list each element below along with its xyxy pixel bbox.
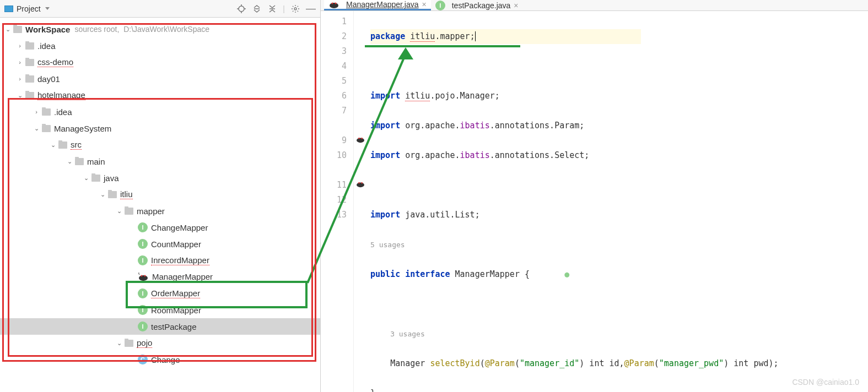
- svg-point-12: [332, 3, 333, 4]
- svg-point-7: [294, 8, 296, 10]
- folder-icon: [108, 191, 117, 198]
- folder-icon: [42, 125, 51, 132]
- folder-icon: [125, 340, 133, 347]
- interface-icon: I: [138, 255, 148, 265]
- chevron-down-icon[interactable]: ⌄: [99, 191, 106, 198]
- mybatis-icon: [328, 0, 339, 9]
- tree-testpackage[interactable]: ItestPackage: [0, 318, 320, 335]
- close-icon[interactable]: ×: [514, 1, 518, 10]
- chevron-down-icon[interactable]: ⌄: [116, 340, 122, 347]
- tree-src[interactable]: ⌄src: [0, 137, 320, 153]
- tree-day01[interactable]: ›day01: [0, 70, 320, 87]
- tree-hotelmanage[interactable]: ⌄hotelmanage: [0, 87, 320, 104]
- tree-workspace[interactable]: ⌄ WorkSpace sources root, D:\JavaWork\Wo…: [0, 21, 320, 37]
- chevron-down-icon[interactable]: ⌄: [17, 92, 23, 99]
- node-label: WorkSpace: [25, 25, 70, 34]
- chevron-down-icon[interactable]: ⌄: [50, 141, 56, 149]
- tree-itliu[interactable]: ⌄itliu: [0, 186, 320, 203]
- folder-icon: [25, 42, 34, 50]
- tree-managesystem[interactable]: ⌄ManageSystem: [0, 120, 320, 137]
- class-icon: C: [138, 355, 148, 364]
- folder-icon: [91, 175, 100, 182]
- tab-managermapper[interactable]: ManagerMapper.java ×: [324, 0, 431, 10]
- svg-point-9: [141, 275, 143, 277]
- folder-icon: [42, 108, 51, 116]
- locate-icon[interactable]: [236, 4, 246, 14]
- chevron-down-icon[interactable]: ⌄: [33, 125, 40, 132]
- tab-label: testPackage.java: [452, 1, 511, 10]
- svg-point-13: [335, 3, 337, 4]
- tab-label: ManagerMapper.java: [346, 0, 419, 9]
- folder-icon: [75, 158, 84, 165]
- chevron-down-icon[interactable]: [45, 7, 50, 10]
- svg-point-8: [139, 275, 148, 281]
- gear-icon[interactable]: [290, 4, 300, 14]
- tree-inrecordmapper[interactable]: IInrecordMapper: [0, 252, 320, 269]
- project-toolbar: Project | —: [0, 0, 320, 18]
- editor-tabs: ManagerMapper.java × I testPackage.java …: [321, 0, 868, 11]
- folder-icon: [25, 92, 34, 99]
- chevron-down-icon[interactable]: ⌄: [116, 208, 122, 215]
- collapse-all-icon[interactable]: [267, 4, 277, 14]
- project-label[interactable]: Project: [17, 4, 41, 13]
- folder-icon: [13, 26, 22, 33]
- hide-icon[interactable]: —: [306, 4, 316, 14]
- project-panel: Project | — ⌄ WorkSpace sources root, D:…: [0, 0, 321, 392]
- folder-icon: [58, 141, 67, 149]
- tab-testpackage[interactable]: I testPackage.java ×: [431, 0, 523, 10]
- chevron-down-icon[interactable]: ⌄: [4, 26, 11, 33]
- mybatis-icon: [138, 273, 149, 281]
- tree-countmapper[interactable]: ICountMapper: [0, 236, 320, 252]
- chevron-right-icon[interactable]: ›: [33, 108, 40, 115]
- expand-all-icon[interactable]: [252, 4, 262, 14]
- interface-icon: I: [138, 222, 148, 232]
- watermark: CSDN @cainiao1.0: [792, 378, 859, 386]
- tree-java[interactable]: ⌄java: [0, 170, 320, 186]
- tree-main[interactable]: ⌄main: [0, 153, 320, 170]
- tree-pojo[interactable]: ⌄pojo: [0, 335, 320, 351]
- folder-icon: [25, 75, 34, 83]
- chevron-right-icon[interactable]: ›: [17, 75, 23, 82]
- svg-point-11: [330, 3, 338, 8]
- chevron-down-icon[interactable]: ⌄: [83, 175, 89, 182]
- tree-managermapper[interactable]: ManagerMapper: [0, 269, 320, 285]
- interface-icon: I: [138, 305, 148, 315]
- annotation-green-underline: [365, 45, 520, 47]
- line-gutter: 1 2 3 4 5 6 7 9 10 11 12 13: [321, 11, 354, 392]
- tree-changemapper[interactable]: IChangeMapper: [0, 219, 320, 236]
- project-tree[interactable]: ⌄ WorkSpace sources root, D:\JavaWork\Wo…: [0, 18, 320, 392]
- tree-idea2[interactable]: ›.idea: [0, 104, 320, 120]
- tree-ordermapper[interactable]: IOrderMapper: [0, 285, 320, 302]
- svg-point-10: [144, 275, 146, 277]
- tree-change[interactable]: CChange: [0, 351, 320, 368]
- chevron-right-icon[interactable]: ›: [17, 59, 23, 66]
- close-icon[interactable]: ×: [422, 0, 427, 9]
- folder-icon: [125, 208, 133, 215]
- project-view-icon: [4, 6, 13, 12]
- node-hint: sources root, D:\JavaWork\WorkSpace: [74, 25, 209, 34]
- interface-icon: I: [138, 288, 148, 298]
- tree-idea[interactable]: ›.idea: [0, 37, 320, 54]
- code-area[interactable]: package itliu.mapper; import itliu.pojo.…: [354, 11, 868, 392]
- folder-icon: [25, 59, 34, 66]
- tree-cssdemo[interactable]: ›css-demo: [0, 54, 320, 70]
- chevron-right-icon[interactable]: ›: [17, 42, 23, 49]
- svg-point-0: [239, 6, 244, 12]
- interface-icon: I: [138, 239, 148, 249]
- tree-mapper[interactable]: ⌄mapper: [0, 203, 320, 219]
- code-editor[interactable]: 1 2 3 4 5 6 7 9 10 11 12 13: [321, 11, 868, 392]
- interface-icon: I: [138, 322, 148, 331]
- editor-panel: ManagerMapper.java × I testPackage.java …: [321, 0, 868, 392]
- interface-icon: I: [435, 1, 445, 10]
- tree-roommapper[interactable]: IRoomMapper: [0, 302, 320, 318]
- chevron-down-icon[interactable]: ⌄: [66, 158, 73, 165]
